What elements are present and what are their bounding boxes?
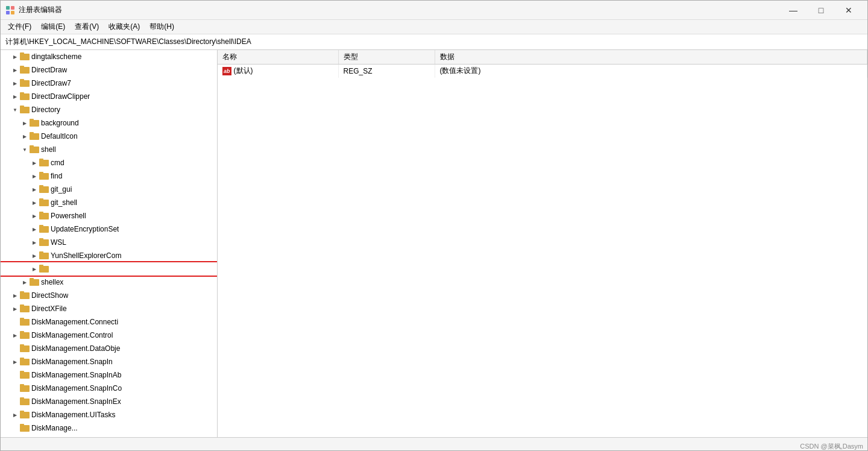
tree-item-powershell[interactable]: ▶Powershell — [1, 209, 217, 222]
expand-icon[interactable]: ▶ — [20, 116, 30, 130]
svg-rect-27 — [39, 198, 43, 201]
expand-icon[interactable]: ▶ — [10, 329, 20, 342]
tree-item-label: Directory — [31, 106, 60, 114]
expand-icon[interactable]: ▶ — [30, 249, 39, 262]
svg-rect-57 — [20, 397, 24, 400]
expand-icon[interactable]: ▶ — [20, 130, 30, 143]
title-bar-left: 注册表编辑器 — [5, 5, 62, 15]
expand-icon[interactable]: ▶ — [10, 77, 20, 90]
menu-item-a[interactable]: 收藏夹(A) — [104, 20, 145, 34]
expand-icon[interactable]: ▶ — [10, 50, 20, 63]
tree-item-shellex[interactable]: ▶shellex — [1, 276, 217, 289]
tree-item-shell[interactable]: ▼shell — [1, 143, 217, 156]
tree-item-directory[interactable]: ▼Directory — [1, 103, 217, 116]
table-row[interactable]: ab(默认)REG_SZ(数值未设置) — [218, 65, 867, 78]
tree-item-find[interactable]: ▶find — [1, 169, 217, 183]
tree-item-directdraw7[interactable]: ▶DirectDraw7 — [1, 77, 217, 90]
expand-icon[interactable]: ▶ — [10, 408, 20, 421]
tree-item-directxfile[interactable]: ▶DirectXFile — [1, 302, 217, 315]
watermark: CSDN @菜枫,Dasym — [800, 442, 863, 451]
folder-icon — [20, 291, 30, 301]
expand-icon[interactable]: ▶ — [10, 289, 20, 302]
folder-icon — [30, 277, 39, 288]
folder-icon — [39, 171, 49, 181]
tree-item-wsl[interactable]: ▶WSL — [1, 236, 217, 249]
expand-icon[interactable]: ▶ — [30, 156, 39, 169]
tree-item-diskmanagement_snapinab[interactable]: DiskManagement.SnapInAb — [1, 368, 217, 382]
status-bar: CSDN @菜枫,Dasym — [1, 437, 867, 450]
address-bar: 计算机\HKEY_LOCAL_MACHINE\SOFTWARE\Classes\… — [1, 34, 867, 50]
tree-item-diskmanagement_control[interactable]: ▶DiskManagement.Control — [1, 329, 217, 342]
minimize-button[interactable]: — — [779, 1, 807, 20]
tree-item-idea[interactable]: ▶IDEA — [1, 262, 217, 276]
tree-panel[interactable]: ▶dingtalkscheme▶DirectDraw▶DirectDraw7▶D… — [1, 50, 218, 437]
expand-icon[interactable]: ▶ — [30, 262, 39, 276]
folder-icon — [30, 118, 39, 128]
expand-icon[interactable]: ▶ — [30, 236, 39, 249]
menu-item-f[interactable]: 文件(F) — [3, 20, 36, 34]
folder-icon — [20, 65, 30, 75]
collapse-icon[interactable]: ▼ — [10, 103, 20, 116]
tree-item-diskmanagement_snapincc[interactable]: DiskManagement.SnapInCo — [1, 382, 217, 395]
svg-rect-59 — [20, 411, 24, 413]
svg-rect-55 — [20, 384, 24, 386]
svg-rect-41 — [20, 291, 24, 294]
expand-icon[interactable]: ▶ — [30, 222, 39, 236]
tree-item-diskmanagement_connect[interactable]: DiskManagement.Connecti — [1, 315, 217, 329]
expand-icon[interactable]: ▶ — [30, 209, 39, 222]
tree-item-diskmanagement_uitasks[interactable]: ▶DiskManagement.UITasks — [1, 408, 217, 421]
tree-item-diskmanagement_snapin[interactable]: ▶DiskManagement.SnapIn — [1, 355, 217, 368]
folder-icon — [39, 264, 49, 274]
tree-item-label: cmd — [51, 159, 64, 167]
svg-rect-31 — [39, 225, 43, 227]
svg-rect-1 — [11, 6, 14, 10]
tree-item-label: DiskManagement.SnapIn — [31, 358, 113, 366]
svg-rect-0 — [6, 6, 10, 10]
tree-item-label: YunShellExplorerCom — [51, 251, 121, 260]
expand-icon[interactable]: ▶ — [30, 196, 39, 209]
expand-icon[interactable]: ▶ — [20, 276, 30, 289]
tree-item-updateencryptionset[interactable]: ▶UpdateEncryptionSet — [1, 222, 217, 236]
tree-item-label: DiskManagement.SnapInAb — [31, 371, 121, 379]
menu-item-e[interactable]: 编辑(E) — [36, 20, 70, 34]
svg-rect-2 — [6, 11, 10, 14]
tree-item-yunshellexplorercom[interactable]: ▶YunShellExplorerCom — [1, 249, 217, 262]
expand-icon[interactable]: ▶ — [10, 355, 20, 368]
expand-icon[interactable]: ▶ — [10, 90, 20, 103]
title-bar: 注册表编辑器 — □ ✕ — [1, 1, 867, 20]
cell-type: REG_SZ — [338, 65, 435, 78]
tree-item-label: DirectDraw — [31, 66, 67, 74]
expand-icon[interactable]: ▶ — [30, 169, 39, 183]
tree-item-label: DiskManagement.Control — [31, 331, 113, 339]
tree-item-defaulticon[interactable]: ▶DefaultIcon — [1, 130, 217, 143]
tree-item-diskmanagement_dir[interactable]: DiskManage... — [1, 421, 217, 435]
folder-icon — [20, 383, 30, 394]
tree-item-cmd[interactable]: ▶cmd — [1, 156, 217, 169]
tree-item-directdrawclipper[interactable]: ▶DirectDrawClipper — [1, 90, 217, 103]
tree-item-dingtalkscheme[interactable]: ▶dingtalkscheme — [1, 50, 217, 63]
folder-icon — [30, 131, 39, 142]
expand-icon[interactable]: ▶ — [10, 63, 20, 77]
tree-item-label: IDEA — [51, 265, 68, 273]
address-path: 计算机\HKEY_LOCAL_MACHINE\SOFTWARE\Classes\… — [5, 37, 251, 47]
tree-item-git_gui[interactable]: ▶git_gui — [1, 183, 217, 196]
folder-icon — [20, 410, 30, 420]
tree-item-directdraw[interactable]: ▶DirectDraw — [1, 63, 217, 77]
svg-rect-9 — [20, 79, 24, 81]
expand-icon[interactable]: ▶ — [30, 183, 39, 196]
tree-item-git_shell[interactable]: ▶git_shell — [1, 196, 217, 209]
collapse-icon[interactable]: ▼ — [20, 143, 30, 156]
tree-item-label: dingtalkscheme — [31, 52, 81, 61]
tree-item-label: DefaultIcon — [41, 132, 78, 140]
svg-rect-23 — [39, 172, 43, 174]
close-button[interactable]: ✕ — [835, 1, 863, 20]
menu-item-h[interactable]: 帮助(H) — [145, 20, 179, 34]
svg-rect-15 — [30, 119, 34, 121]
maximize-button[interactable]: □ — [807, 1, 835, 20]
menu-item-v[interactable]: 查看(V) — [70, 20, 104, 34]
tree-item-diskmanagement_snapinex[interactable]: DiskManagement.SnapInEx — [1, 395, 217, 408]
expand-icon[interactable]: ▶ — [10, 302, 20, 315]
tree-item-directshow[interactable]: ▶DirectShow — [1, 289, 217, 302]
tree-item-diskmanagement_dataobj[interactable]: DiskManagement.DataObje — [1, 342, 217, 355]
tree-item-background[interactable]: ▶background — [1, 116, 217, 130]
